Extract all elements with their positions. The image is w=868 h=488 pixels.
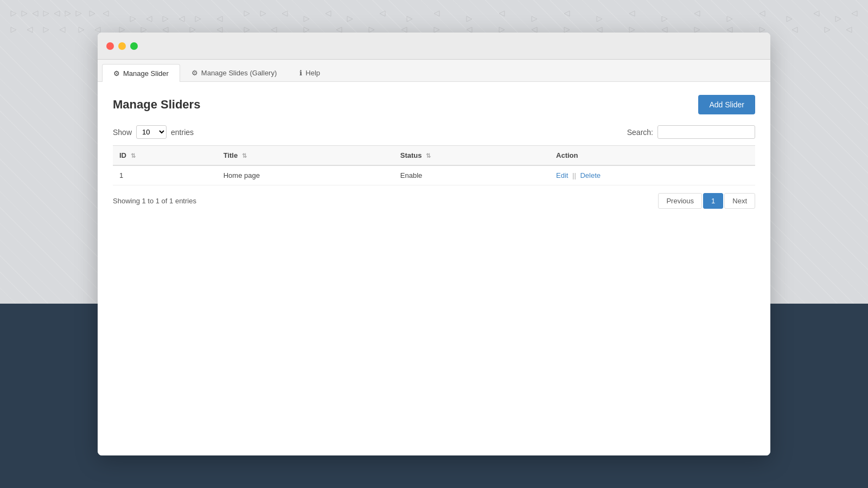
svg-marker-1	[0, 0, 5, 5]
table-row: 1 Home page Enable Edit || Delete	[113, 165, 755, 185]
action-separator: ||	[572, 171, 576, 179]
next-button[interactable]: Next	[724, 193, 755, 209]
tab-manage-slider[interactable]: ⚙ Manage Slider	[102, 64, 180, 82]
col-header-status[interactable]: Status ⇅	[394, 146, 550, 166]
search-label: Search:	[627, 128, 653, 137]
entries-label: entries	[171, 128, 194, 137]
pagination-info: Showing 1 to 1 of 1 entries	[113, 197, 196, 205]
minimize-button[interactable]	[118, 42, 126, 50]
sort-icon-id: ⇅	[131, 152, 136, 159]
col-title-label: Title	[224, 151, 238, 159]
app-window: ⚙ Manage Slider ⚙ Manage Slides (Gallery…	[98, 33, 770, 455]
col-status-label: Status	[400, 151, 422, 159]
add-slider-button[interactable]: Add Slider	[698, 95, 755, 114]
pagination-buttons: Previous 1 Next	[658, 193, 755, 209]
tab-help[interactable]: ℹ Help	[288, 64, 331, 81]
cell-status: Enable	[394, 165, 550, 185]
col-id-label: ID	[119, 151, 126, 159]
page-1-button[interactable]: 1	[703, 193, 723, 209]
traffic-lights	[106, 42, 138, 50]
tab-manage-slides-label: Manage Slides (Gallery)	[201, 69, 277, 77]
tab-bar: ⚙ Manage Slider ⚙ Manage Slides (Gallery…	[98, 60, 770, 82]
edit-link[interactable]: Edit	[556, 171, 568, 179]
page-title: Manage Sliders	[113, 98, 200, 112]
sort-icon-title: ⇅	[242, 152, 247, 159]
table-controls: Show 10 25 50 100 entries Search:	[113, 125, 755, 139]
sort-icon-status: ⇅	[426, 152, 431, 159]
cell-action: Edit || Delete	[550, 165, 755, 185]
gear-icon-2: ⚙	[192, 69, 198, 77]
pagination-row: Showing 1 to 1 of 1 entries Previous 1 N…	[113, 193, 755, 209]
search-area: Search:	[627, 125, 755, 139]
delete-link[interactable]: Delete	[580, 171, 601, 179]
show-entries-control: Show 10 25 50 100 entries	[113, 125, 194, 139]
search-input[interactable]	[658, 125, 755, 139]
table-body: 1 Home page Enable Edit || Delete	[113, 165, 755, 185]
tab-manage-slides[interactable]: ⚙ Manage Slides (Gallery)	[180, 64, 288, 81]
col-action-label: Action	[556, 151, 578, 159]
content-area: Manage Sliders Add Slider Show 10 25 50 …	[98, 82, 770, 455]
page-header: Manage Sliders Add Slider	[113, 95, 755, 114]
col-header-id[interactable]: ID ⇅	[113, 146, 217, 166]
tab-help-label: Help	[305, 69, 320, 77]
col-header-title[interactable]: Title ⇅	[217, 146, 394, 166]
title-bar	[98, 33, 770, 60]
entries-select[interactable]: 10 25 50 100	[136, 125, 167, 139]
col-header-action: Action	[550, 146, 755, 166]
info-icon: ℹ	[299, 69, 302, 77]
maximize-button[interactable]	[130, 42, 138, 50]
data-table: ID ⇅ Title ⇅ Status ⇅ Action	[113, 145, 755, 185]
tab-manage-slider-label: Manage Slider	[123, 69, 169, 78]
close-button[interactable]	[106, 42, 114, 50]
show-label: Show	[113, 128, 132, 137]
cell-id: 1	[113, 165, 217, 185]
gear-icon: ⚙	[113, 69, 120, 78]
svg-marker-0	[0, 0, 5, 5]
previous-button[interactable]: Previous	[658, 193, 702, 209]
table-header-row: ID ⇅ Title ⇅ Status ⇅ Action	[113, 146, 755, 166]
cell-title: Home page	[217, 165, 394, 185]
